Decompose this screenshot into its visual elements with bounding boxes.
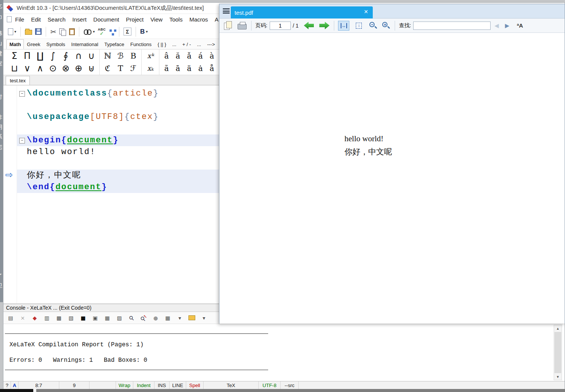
menu-item[interactable]: Tools — [166, 15, 186, 24]
menu-item[interactable]: Macros — [186, 15, 211, 24]
status-help[interactable]: ? — [3, 381, 11, 389]
math-symbol-button[interactable]: ∩ — [72, 50, 85, 62]
options-table-icon[interactable]: ▦ — [164, 314, 172, 322]
math-symbol-button[interactable]: ǎ — [184, 50, 195, 62]
math-tab[interactable]: Functions — [127, 39, 154, 49]
print-icon[interactable] — [238, 24, 247, 29]
math-symbol-button[interactable]: ∮ — [59, 50, 72, 62]
next-error-icon[interactable]: ▨ — [115, 314, 123, 322]
page-back-button[interactable] — [304, 22, 314, 29]
status-doc-mode[interactable]: TeX — [204, 381, 259, 389]
math-symbol-button[interactable]: å — [206, 62, 218, 74]
find-error-icon[interactable]: ⚲ — [137, 312, 149, 324]
cut-button[interactable]: ✂ — [49, 26, 58, 37]
fit-page-button[interactable]: ↕ — [353, 21, 364, 31]
math-tab[interactable]: Typeface — [101, 39, 127, 49]
find-icon[interactable]: ⚲ — [125, 312, 137, 324]
math-symbol-button[interactable]: B — [127, 50, 140, 62]
page-forward-button[interactable] — [319, 22, 329, 29]
console-scrollbar[interactable]: ▲ ▼ — [554, 325, 562, 380]
math-symbol-button[interactable]: ∨ — [21, 62, 34, 74]
fold-toggle-icon[interactable] — [17, 88, 27, 99]
clear-console-icon[interactable]: ◆ — [31, 314, 39, 322]
status-line-mode[interactable]: LINE — [170, 381, 186, 389]
math-symbol-button[interactable]: ⊎ — [85, 62, 98, 74]
close-tab-icon[interactable]: ✕ — [364, 9, 368, 14]
math-symbol-button[interactable]: ℱ — [127, 62, 140, 74]
record-icon[interactable]: ● — [151, 314, 160, 322]
status-spell[interactable]: Spell — [186, 381, 204, 389]
chevron-down-icon[interactable]: ▾ — [93, 29, 95, 34]
clipboard-icon[interactable]: ▥ — [43, 314, 51, 322]
options-caret-icon[interactable]: ▾ — [176, 314, 184, 322]
console-view-icon[interactable]: ▣ — [91, 314, 99, 322]
math-symbol-button[interactable]: xₖ — [143, 62, 157, 74]
find-previous-button[interactable]: ◀ — [494, 22, 499, 29]
pdf-page[interactable]: hello world! 你好，中文呢 — [219, 33, 565, 324]
math-symbol-button[interactable]: ã — [161, 62, 172, 74]
chevron-down-icon[interactable]: ▾ — [146, 29, 148, 34]
math-symbol-button[interactable]: ⊕ — [72, 62, 85, 74]
math-symbol-button[interactable]: Σ — [8, 50, 21, 62]
math-tab[interactable]: ... — [169, 39, 179, 49]
menu-item[interactable]: Document — [90, 15, 122, 24]
math-symbol-button[interactable]: ā — [172, 62, 184, 74]
math-symbol-button[interactable]: ⊔ — [8, 62, 21, 74]
status-mode[interactable]: A — [11, 381, 19, 389]
math-symbol-button[interactable]: T — [114, 62, 127, 74]
math-tab[interactable]: International — [68, 39, 102, 49]
math-symbol-button[interactable]: ă — [172, 50, 184, 62]
close-console-icon[interactable]: × — [19, 314, 27, 322]
scroll-down-icon[interactable]: ▼ — [554, 373, 562, 380]
math-symbol-button[interactable]: á — [195, 50, 206, 62]
match-case-icon[interactable]: ªA — [517, 22, 523, 29]
gather-button[interactable] — [107, 26, 116, 37]
math-symbol-button[interactable]: ȧ — [195, 62, 206, 74]
math-symbol-button[interactable]: à — [206, 50, 218, 62]
find-input[interactable] — [413, 22, 491, 30]
menu-hamburger-icon[interactable] — [223, 8, 230, 14]
math-symbol-button[interactable]: ⊙ — [46, 62, 59, 74]
math-symbol-button[interactable]: ∐ — [34, 50, 46, 62]
status-indent[interactable]: Indent — [133, 381, 154, 389]
fold-toggle-icon[interactable] — [17, 134, 27, 146]
menu-item[interactable]: Search — [44, 15, 69, 24]
status-empty[interactable] — [90, 381, 116, 389]
math-tab[interactable]: Greek — [24, 39, 43, 49]
pdf-tab-test-pdf[interactable]: test.pdf ✕ — [231, 6, 373, 19]
status-insert-mode[interactable]: INS — [154, 381, 170, 389]
math-symbol-button[interactable]: ℬ — [114, 50, 127, 62]
math-tab[interactable]: Symbols — [43, 39, 68, 49]
math-tab[interactable]: + / - — [179, 39, 194, 49]
menu-item[interactable]: View — [147, 15, 166, 24]
math-symbol-button[interactable]: ℕ — [101, 50, 114, 62]
page-number-input[interactable] — [270, 22, 291, 30]
menu-item[interactable]: Project — [122, 15, 147, 24]
scrollbar-thumb[interactable] — [554, 332, 561, 373]
folder-caret-icon[interactable]: ▾ — [200, 314, 208, 322]
math-symbol-button[interactable]: Π — [21, 50, 34, 62]
scroll-up-icon[interactable]: ▲ — [554, 325, 562, 332]
find-next-button[interactable]: ▶ — [505, 22, 509, 29]
status-line-count[interactable]: 9 — [59, 381, 90, 389]
math-tab[interactable]: ... — [194, 39, 204, 49]
spell-check-button[interactable]: ABC✓ — [96, 26, 107, 37]
summary-button[interactable]: Σ — [122, 26, 133, 37]
bold-button[interactable]: B▾ — [139, 26, 149, 37]
document-icon[interactable] — [7, 16, 12, 22]
prev-error-icon[interactable]: ▦ — [103, 314, 111, 322]
math-symbol-button[interactable]: ℭ — [101, 62, 114, 74]
open-button[interactable] — [23, 26, 34, 37]
chevron-down-icon[interactable]: ▾ — [14, 29, 16, 34]
copy-icon[interactable]: ▩ — [55, 314, 63, 322]
menu-item[interactable]: Edit — [28, 15, 44, 24]
tab-test-tex[interactable]: test.tex — [6, 76, 30, 85]
zoom-out-button[interactable]: − — [369, 22, 377, 30]
math-tab[interactable]: { || } — [154, 39, 169, 49]
status-caret-position[interactable]: 8:7 — [19, 381, 59, 389]
console-output[interactable]: XeLaTeX Compilation Report (Pages: 1) Er… — [3, 324, 565, 381]
math-symbol-button[interactable]: ∫ — [46, 50, 59, 62]
stop-icon[interactable]: ■ — [79, 314, 87, 322]
math-symbol-button[interactable]: ä — [184, 62, 195, 74]
new-document-button[interactable]: ▾ — [6, 26, 18, 37]
